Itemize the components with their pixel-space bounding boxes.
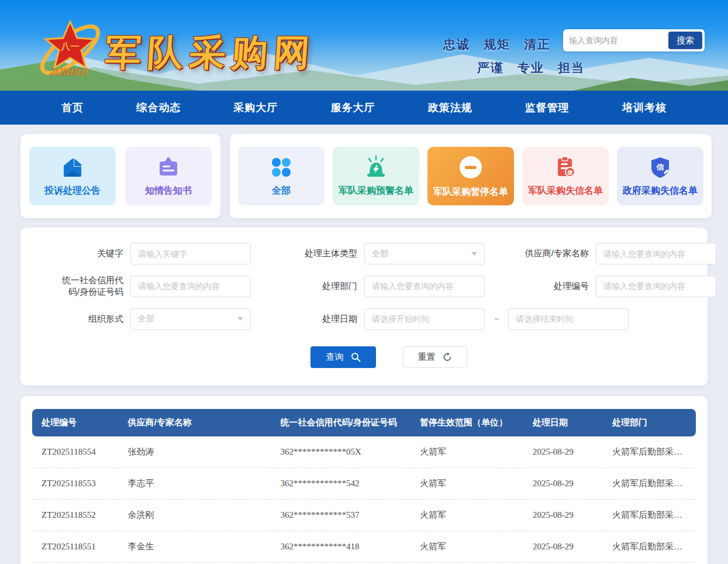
card-information-letter[interactable]: 知情告知书	[125, 147, 212, 205]
filter-subject-type: 处理主体类型 全部	[268, 243, 485, 264]
table-header: 处理编号 供应商/专家名称 统一社会信用代码/身份证号码 暂停生效范围（单位） …	[32, 409, 696, 436]
card-label: 军队采购预警名单	[339, 185, 413, 197]
all-grid-icon	[269, 155, 294, 180]
reset-button-label: 重置	[418, 352, 436, 363]
filter-row-2: 统一社会信用代 码/身份证号码 处理部门 处理编号	[34, 274, 694, 298]
site-logo[interactable]: 八一 JUNDUI	[32, 15, 108, 86]
gov-credit-shield-icon: 信	[648, 155, 672, 180]
category-panel: 全部 军队采购预警名单	[230, 134, 712, 218]
search-input[interactable]	[563, 36, 668, 45]
card-label: 全部	[272, 185, 291, 197]
filter-case-number: 处理编号	[500, 276, 716, 297]
complaint-icon	[60, 155, 85, 180]
case-number-label: 处理编号	[500, 280, 589, 292]
filter-credit-code: 统一社会信用代 码/身份证号码	[34, 274, 251, 298]
nav-item-training[interactable]: 培训考核	[622, 101, 667, 115]
card-label: 政府采购失信名单	[623, 185, 698, 197]
keyword-label: 关键字	[34, 247, 123, 259]
filter-keyword: 关键字	[34, 243, 251, 264]
card-label: 知情告知书	[145, 185, 192, 197]
keyword-input[interactable]	[130, 243, 251, 264]
page: 八一 JUNDUI 军队采购网 忠诚 规矩 清正 严谨 专业 担当 搜索 首页 …	[0, 0, 728, 564]
date-range-label: 处理日期	[268, 313, 357, 325]
supplier-name-input[interactable]	[596, 243, 716, 264]
cell-date: 2025-08-29	[523, 436, 603, 468]
col-department: 处理部门	[603, 409, 696, 436]
col-credit-code: 统一社会信用代码/身份证号码	[271, 409, 410, 436]
credit-code-input[interactable]	[130, 276, 251, 297]
search-icon	[351, 352, 361, 362]
card-complaint-notice[interactable]: 投诉处理公告	[29, 147, 116, 205]
table-row[interactable]: ZT2025118552 余洪刚 362************537 火箭军 …	[32, 499, 696, 531]
cell-case-number: ZT2025118553	[32, 467, 119, 499]
query-button[interactable]: 查询	[310, 346, 376, 368]
table-row[interactable]: ZT2025118554 张劲涛 362************05X 火箭军 …	[32, 436, 696, 468]
subject-type-value: 全部	[372, 249, 388, 259]
cell-pause-scope: 火箭军	[410, 436, 523, 468]
org-form-value: 全部	[138, 314, 154, 324]
cell-credit-code: 362************05X	[271, 436, 410, 468]
cell-supplier-name: 李金生	[119, 531, 271, 562]
search-button[interactable]: 搜索	[668, 32, 702, 49]
credit-code-label: 统一社会信用代 码/身份证号码	[34, 274, 123, 298]
site-banner: 八一 JUNDUI 军队采购网 忠诚 规矩 清正 严谨 专业 担当 搜索	[0, 0, 728, 91]
chevron-down-icon	[237, 317, 243, 321]
warning-siren-icon	[364, 155, 388, 180]
date-start-input[interactable]	[364, 308, 485, 330]
filter-row-3: 组织形式 全部 处理日期 ~	[34, 308, 694, 330]
card-category-all[interactable]: 全部	[238, 147, 325, 205]
nav-item-service-hall[interactable]: 服务大厅	[330, 101, 375, 115]
table-row[interactable]: ZT2025118553 李志平 362************542 火箭军 …	[32, 467, 696, 499]
table-body: ZT2025118554 张劲涛 362************05X 火箭军 …	[32, 436, 696, 564]
header-search: 搜索	[563, 29, 705, 51]
nav-item-supervision[interactable]: 监督管理	[525, 101, 570, 115]
results-table: 处理编号 供应商/专家名称 统一社会信用代码/身份证号码 暂停生效范围（单位） …	[32, 409, 696, 564]
nav-item-policies[interactable]: 政策法规	[428, 101, 472, 115]
cell-case-number: ZT2025118551	[32, 531, 119, 562]
date-range-separator: ~	[494, 314, 499, 324]
table-row[interactable]: ZT2025118551 李金生 362************418 火箭军 …	[32, 531, 696, 562]
subject-type-select[interactable]: 全部	[364, 243, 485, 264]
query-button-label: 查询	[326, 352, 344, 363]
cell-credit-code: 362************418	[271, 531, 410, 562]
cell-case-number: ZT2025118552	[32, 499, 119, 531]
filter-actions: 查询 重置	[34, 346, 694, 368]
filter-panel: 关键字 处理主体类型 全部 供应商/专家名称	[20, 228, 708, 386]
credit-code-label-line1: 统一社会信用代	[34, 274, 123, 286]
card-label: 投诉处理公告	[44, 185, 101, 197]
filter-row-1: 关键字 处理主体类型 全部 供应商/专家名称	[34, 243, 694, 264]
nav-item-news[interactable]: 综合动态	[136, 101, 181, 115]
subject-type-label: 处理主体类型	[268, 247, 357, 259]
nav-item-home[interactable]: 首页	[61, 101, 84, 115]
date-end-input[interactable]	[508, 308, 629, 330]
nav-item-procurement-hall[interactable]: 采购大厅	[233, 101, 278, 115]
slogan-line-2: 严谨 专业 担当	[477, 60, 585, 76]
cell-date: 2025-08-29	[523, 531, 603, 562]
cell-date: 2025-08-29	[523, 499, 603, 531]
card-category-gov-distrust-list[interactable]: 信 政府采购失信名单	[617, 147, 703, 205]
filter-supplier-name: 供应商/专家名称	[500, 243, 716, 264]
card-label: 军队采购暂停名单	[433, 186, 508, 198]
cell-pause-scope: 火箭军	[410, 531, 523, 562]
results-table-panel: 处理编号 供应商/专家名称 统一社会信用代码/身份证号码 暂停生效范围（单位） …	[20, 396, 708, 564]
cell-department: 火箭军后勤部采购和...	[603, 531, 696, 562]
cell-pause-scope: 火箭军	[410, 499, 523, 531]
case-number-input[interactable]	[596, 276, 716, 297]
card-label: 军队采购失信名单	[528, 185, 603, 197]
reset-button[interactable]: 重置	[403, 346, 467, 368]
pause-minus-icon	[457, 154, 484, 181]
cell-case-number: ZT2025118554	[32, 436, 119, 468]
card-category-warning-list[interactable]: 军队采购预警名单	[333, 147, 419, 205]
cards-row: 投诉处理公告 知情告知书	[20, 134, 708, 218]
department-input[interactable]	[364, 276, 485, 297]
card-category-pause-list[interactable]: 军队采购暂停名单	[427, 147, 514, 205]
org-form-select[interactable]: 全部	[130, 308, 251, 330]
supplier-name-label: 供应商/专家名称	[500, 247, 589, 259]
department-label: 处理部门	[268, 280, 357, 292]
refresh-icon	[443, 352, 453, 362]
cell-supplier-name: 张劲涛	[119, 436, 271, 468]
card-category-military-distrust-list[interactable]: 信 军队采购失信名单	[522, 147, 609, 205]
distrust-clipboard-icon: 信	[553, 155, 578, 180]
org-form-label: 组织形式	[34, 313, 123, 325]
chevron-down-icon	[471, 252, 477, 256]
